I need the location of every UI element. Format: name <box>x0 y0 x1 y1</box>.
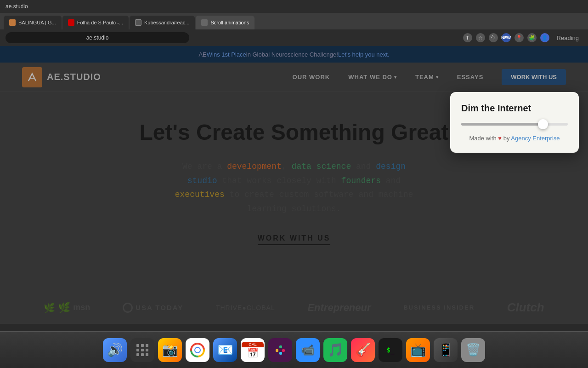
logo-thrive: THRIVE●GLOBAL <box>216 304 275 311</box>
clutch-label: Clutch <box>507 300 544 315</box>
dock: 🔊 📸 📧 CAL 📅 📹 🎵 🎸 $_ 📺 📱 🗑️ <box>0 331 588 368</box>
hero-subtitle: We are a development, data science and d… <box>175 160 413 216</box>
address-input[interactable] <box>6 32 189 43</box>
announcement-link1[interactable]: Wins 1st Place <box>207 51 246 58</box>
dock-icon-launchpad[interactable] <box>130 338 154 362</box>
svg-rect-3 <box>141 344 144 347</box>
tab-favicon-scroll <box>201 19 208 26</box>
svg-rect-9 <box>141 353 144 356</box>
share-icon[interactable]: ⬆ <box>463 33 472 42</box>
extension-icon[interactable]: 🔌 <box>489 33 498 42</box>
entrepreneur-label: Entrepreneur <box>307 302 371 314</box>
thrive-label: THRIVE●GLOBAL <box>216 304 275 311</box>
profile-icon[interactable]: 👤 <box>540 33 549 42</box>
logo-text: AE.STUDIO <box>47 72 101 82</box>
puzzle-icon[interactable]: 🧩 <box>527 33 537 42</box>
svg-rect-10 <box>146 353 148 356</box>
dim-footer: Made with ♥ by Agency Enterprise <box>461 135 568 142</box>
svg-point-12 <box>195 347 200 353</box>
dock-icon-finder[interactable]: 🔊 <box>103 338 127 362</box>
chevron-down-icon: ▾ <box>436 75 439 80</box>
dock-icon-calendar[interactable]: CAL 📅 <box>241 338 265 362</box>
tab-scroll[interactable]: Scroll animations <box>196 16 254 29</box>
tab-label-balingua: BALINGUA | G... <box>18 20 56 25</box>
logo-icon <box>22 67 42 87</box>
tab-favicon-folha <box>68 19 74 26</box>
svg-rect-6 <box>141 349 144 351</box>
logo-usatoday: USA TODAY <box>123 303 183 313</box>
slider-track <box>461 123 568 126</box>
chevron-down-icon: ▾ <box>394 75 397 80</box>
dock-icon-spotify[interactable]: 🎵 <box>323 338 347 362</box>
reading-button[interactable]: Reading <box>553 34 582 41</box>
dock-icon-music[interactable]: 🎸 <box>351 338 375 362</box>
hero-text-plain6: to create custom software and machine le… <box>225 190 413 213</box>
dock-icon-photos[interactable]: 📸 <box>158 338 182 362</box>
nav-items: OUR WORK WHAT WE DO ▾ TEAM ▾ ESSAYS <box>293 74 484 80</box>
announcement-link2[interactable]: Let's help you next. <box>338 51 390 58</box>
nav-cta-button[interactable]: WORK WITH US <box>502 69 566 85</box>
dock-icon-chrome[interactable] <box>186 338 209 362</box>
hero-text-founders: founders <box>341 176 381 185</box>
usatoday-label: USA TODAY <box>136 304 183 311</box>
svg-rect-5 <box>136 349 139 351</box>
dock-icon-iphone[interactable]: 📱 <box>434 338 458 362</box>
tab-kube[interactable]: Kubessandra/reac... <box>130 16 195 29</box>
tab-bar: BALINGUA | G... Folha de S.Paulo -... Ku… <box>0 13 588 29</box>
work-with-us-link[interactable]: WORK WITH US <box>258 234 331 245</box>
extension-new-icon[interactable]: NEW <box>502 33 511 42</box>
dock-icon-slack[interactable] <box>268 338 292 362</box>
tab-label-folha: Folha de S.Paulo -... <box>77 20 123 25</box>
dock-icon-trash[interactable]: 🗑️ <box>461 338 485 362</box>
dock-icon-zoom[interactable]: 📹 <box>296 338 320 362</box>
svg-rect-7 <box>146 349 148 351</box>
tab-balingua[interactable]: BALINGUA | G... <box>4 16 62 29</box>
bookmark-icon[interactable]: ☆ <box>476 33 485 42</box>
svg-rect-13 <box>276 349 278 352</box>
announcement-bar: AE Wins 1st Place in Global Neuroscience… <box>0 46 588 63</box>
nav-our-work[interactable]: OUR WORK <box>293 74 330 80</box>
hero-text-plain3: and <box>351 162 376 171</box>
logo[interactable]: AE.STUDIO <box>22 67 101 87</box>
toolbar-icons: ⬆ ☆ 🔌 NEW 📍 🧩 👤 Reading <box>463 33 582 42</box>
usatoday-icon <box>123 303 133 313</box>
hero-text-plain5: and <box>381 176 401 185</box>
dock-icon-quicktime[interactable]: 📺 <box>406 338 430 362</box>
svg-rect-14 <box>279 345 282 348</box>
msn-icon: 🌿 <box>58 302 70 314</box>
heart-icon: ♥ <box>498 135 502 142</box>
tab-label-scroll: Scroll animations <box>210 20 249 25</box>
slider-thumb[interactable] <box>538 119 548 129</box>
dim-popup-title: Dim the Internet <box>461 103 568 114</box>
logo-businessinsider: BUSINESS INSIDER <box>403 304 475 311</box>
dock-icon-terminal[interactable]: $_ <box>379 338 402 362</box>
nav-what-we-do[interactable]: WHAT WE DO ▾ <box>348 74 397 80</box>
businessinsider-label: BUSINESS INSIDER <box>403 304 475 311</box>
address-bar: ⬆ ☆ 🔌 NEW 📍 🧩 👤 Reading <box>0 29 588 46</box>
dim-popup: Dim the Internet Made with ♥ by Agency E… <box>450 92 579 153</box>
location-icon[interactable]: 📍 <box>514 33 524 42</box>
agency-enterprise-link[interactable]: Agency Enterprise <box>511 135 560 142</box>
logo-entrepreneur: Entrepreneur <box>307 302 371 314</box>
svg-rect-2 <box>136 344 139 347</box>
dim-footer-prefix: Made with <box>469 135 498 142</box>
slider-container[interactable] <box>461 123 568 126</box>
dock-icon-mail[interactable]: 📧 <box>213 338 237 362</box>
svg-rect-8 <box>136 353 139 356</box>
title-bar: ae.studio <box>0 0 588 13</box>
hero-text-executives: executives <box>175 190 225 199</box>
dim-footer-middle: by <box>503 135 511 142</box>
hero-text-dev: development <box>227 162 282 171</box>
tab-folha[interactable]: Folha de S.Paulo -... <box>62 16 129 29</box>
nav-essays[interactable]: ESSAYS <box>457 74 484 80</box>
logos-bar: 🌿 msn USA TODAY THRIVE●GLOBAL Entreprene… <box>0 291 588 324</box>
msn-label: msn <box>73 303 90 312</box>
hero-text-plain4: that works closely with <box>217 176 341 185</box>
tab-favicon-kube <box>135 19 141 26</box>
svg-rect-15 <box>282 349 285 352</box>
slider-fill <box>461 123 541 126</box>
nav-team[interactable]: TEAM ▾ <box>415 74 439 80</box>
hero-text-data: data science <box>292 162 351 171</box>
tab-label-kube: Kubessandra/reac... <box>144 20 189 25</box>
hero-text-plain1: We are a <box>182 162 227 171</box>
